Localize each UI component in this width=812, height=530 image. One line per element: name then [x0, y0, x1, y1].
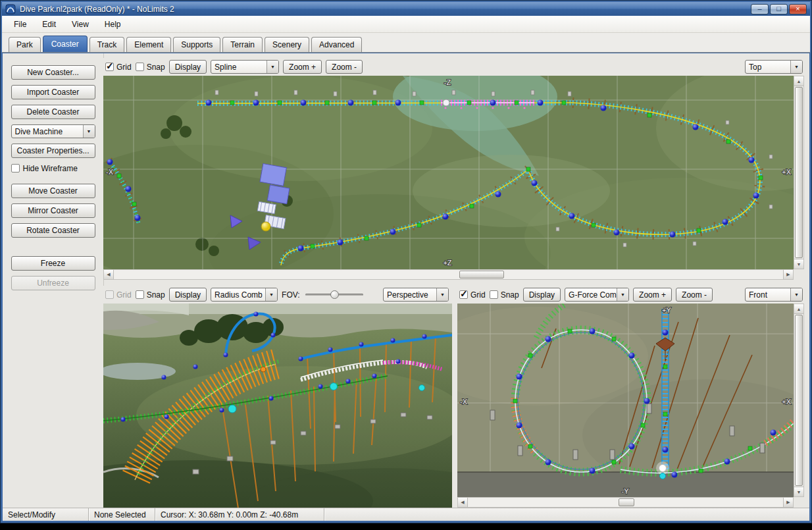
scroll-right-icon[interactable]: ▶ — [783, 270, 793, 279]
axis-label-posx: +X — [782, 168, 791, 176]
front-view-render: +Y -Y -X +X — [457, 304, 794, 497]
top-display-button[interactable]: Display — [169, 60, 207, 74]
dropdown-arrow-icon: ▼ — [617, 288, 628, 301]
selected-vertex — [228, 405, 236, 413]
status-bar: Select/Modify None Selected Cursor: X: 3… — [3, 508, 809, 521]
top-snap-checkbox[interactable]: ✓ — [136, 63, 144, 71]
dropdown-arrow-icon: ▼ — [83, 125, 95, 138]
workspace: New Coaster... Import Coaster Delete Coa… — [3, 53, 809, 508]
highlight-vertex — [659, 465, 667, 472]
perspective-viewport[interactable] — [103, 304, 452, 508]
slider-thumb[interactable] — [330, 290, 339, 299]
dropdown-arrow-icon: ▼ — [790, 61, 802, 73]
maximize-button[interactable]: □ — [770, 4, 788, 14]
top-mode-dropdown[interactable]: Spline ▼ — [211, 60, 279, 74]
axis-label-negx: -X — [106, 168, 114, 176]
tab-track[interactable]: Track — [89, 37, 125, 52]
front-snap-checkbox[interactable]: ✓ — [490, 290, 498, 299]
tab-supports[interactable]: Supports — [173, 37, 220, 52]
import-coaster-button[interactable]: Import Coaster — [11, 85, 95, 99]
dropdown-arrow-icon: ▼ — [266, 61, 278, 73]
minimize-button[interactable]: – — [751, 4, 769, 14]
scroll-down-icon[interactable]: ▼ — [794, 487, 803, 496]
desktop: Dive Park.nl2park (ReadOnly) * - NoLimit… — [0, 0, 812, 530]
front-mode-dropdown[interactable]: G-Force Comb ▼ — [565, 288, 629, 302]
top-view-dropdown[interactable]: Top ▼ — [745, 60, 803, 74]
top-viewport-vscrollbar[interactable]: ▲ ▼ — [794, 76, 804, 269]
tab-coaster[interactable]: Coaster — [43, 36, 88, 52]
axis-label-posz: +Z — [443, 259, 451, 267]
axis-label-negz: -Z — [444, 78, 451, 86]
top-zoom-out-button[interactable]: Zoom - — [326, 60, 363, 74]
front-viewport-hscrollbar[interactable]: ◀ ▶ — [457, 497, 794, 508]
scroll-up-icon[interactable]: ▲ — [794, 76, 803, 86]
tab-terrain[interactable]: Terrain — [222, 37, 263, 52]
dropdown-arrow-icon: ▼ — [436, 288, 448, 301]
move-coaster-button[interactable]: Move Coaster — [11, 184, 95, 198]
top-viewport-hscrollbar[interactable]: ◀ ▶ — [103, 269, 794, 280]
close-button[interactable]: × — [789, 4, 807, 14]
hide-wireframe-label: Hide Wireframe — [23, 164, 78, 173]
menu-bar: File Edit View Help — [2, 16, 810, 33]
perspective-view-dropdown[interactable]: Perspective ▼ — [383, 288, 449, 302]
top-grid-checkbox[interactable]: ✓ — [105, 63, 114, 71]
scroll-thumb[interactable] — [795, 87, 803, 258]
tab-scenery[interactable]: Scenery — [265, 37, 309, 52]
scroll-up-icon[interactable]: ▲ — [794, 304, 803, 314]
scroll-left-icon[interactable]: ◀ — [458, 498, 468, 507]
mirror-coaster-button[interactable]: Mirror Coaster — [11, 203, 95, 218]
perspective-snap-label[interactable]: Snap — [147, 290, 165, 300]
front-grid-label[interactable]: Grid — [470, 290, 486, 300]
title-bar[interactable]: Dive Park.nl2park (ReadOnly) * - NoLimit… — [2, 2, 810, 16]
front-grid-checkbox[interactable]: ✓ — [459, 290, 468, 299]
front-viewport-vscrollbar[interactable]: ▲ ▼ — [794, 304, 804, 497]
front-zoom-in-button[interactable]: Zoom + — [633, 288, 672, 302]
menu-help[interactable]: Help — [98, 17, 128, 32]
scroll-thumb[interactable] — [459, 271, 504, 278]
app-icon — [5, 4, 16, 14]
front-view-dropdown[interactable]: Front ▼ — [745, 288, 803, 302]
axis-label-negx: -X — [460, 398, 468, 406]
tab-element[interactable]: Element — [126, 37, 171, 52]
front-display-button[interactable]: Display — [523, 288, 561, 302]
fov-slider[interactable] — [304, 288, 365, 302]
scroll-thumb[interactable] — [619, 498, 634, 506]
top-zoom-in-button[interactable]: Zoom + — [283, 60, 322, 74]
menu-file[interactable]: File — [7, 17, 33, 32]
axis-label-posx: +X — [782, 398, 791, 406]
tab-park[interactable]: Park — [9, 37, 41, 52]
dropdown-arrow-icon: ▼ — [265, 288, 277, 301]
rotate-coaster-button[interactable]: Rotate Coaster — [11, 223, 95, 238]
menu-edit[interactable]: Edit — [36, 17, 63, 32]
delete-coaster-button[interactable]: Delete Coaster — [11, 105, 95, 119]
axis-label-negy: -Y — [622, 487, 630, 495]
hide-wireframe-checkbox[interactable]: ✓ — [11, 164, 20, 172]
coaster-properties-button[interactable]: Coaster Properties... — [11, 144, 95, 158]
dropdown-arrow-icon: ▼ — [790, 288, 802, 301]
top-grid-label[interactable]: Grid — [116, 63, 132, 72]
top-snap-label[interactable]: Snap — [147, 63, 165, 72]
tab-advanced[interactable]: Advanced — [311, 37, 362, 52]
freeze-button[interactable]: Freeze — [11, 256, 95, 271]
scroll-right-icon[interactable]: ▶ — [783, 498, 793, 507]
perspective-grid-label: Grid — [116, 290, 132, 300]
scroll-left-icon[interactable]: ◀ — [104, 270, 114, 279]
new-coaster-button[interactable]: New Coaster... — [11, 65, 95, 80]
perspective-display-button[interactable]: Display — [169, 288, 207, 302]
perspective-snap-checkbox[interactable]: ✓ — [136, 290, 144, 299]
top-viewport-toolbar: ✓ Grid ✓ Snap Display Spline ▼ Zoom + Zo… — [103, 58, 806, 76]
status-selection: None Selected — [89, 508, 155, 521]
axis-label-posy: +Y — [662, 306, 671, 314]
coaster-select-dropdown[interactable]: Dive Machine ▼ — [11, 124, 95, 138]
perspective-mode-dropdown[interactable]: Radius Comb ▼ — [211, 288, 278, 302]
scroll-thumb[interactable] — [795, 315, 803, 486]
front-viewport[interactable]: +Y -Y -X +X — [457, 304, 794, 497]
front-snap-label[interactable]: Snap — [501, 290, 519, 300]
scroll-down-icon[interactable]: ▼ — [794, 259, 803, 269]
perspective-toolbar: ✓ Grid ✓ Snap Display Radius Comb ▼ FOV:… — [103, 286, 452, 304]
menu-view[interactable]: View — [65, 17, 95, 32]
front-zoom-out-button[interactable]: Zoom - — [676, 288, 713, 302]
status-cursor-position: Cursor: X: 30.68m Y: 0.00m Z: -40.68m — [155, 508, 324, 521]
status-mode: Select/Modify — [3, 508, 88, 521]
top-viewport[interactable]: -Z +Z -X +X — [103, 76, 794, 269]
